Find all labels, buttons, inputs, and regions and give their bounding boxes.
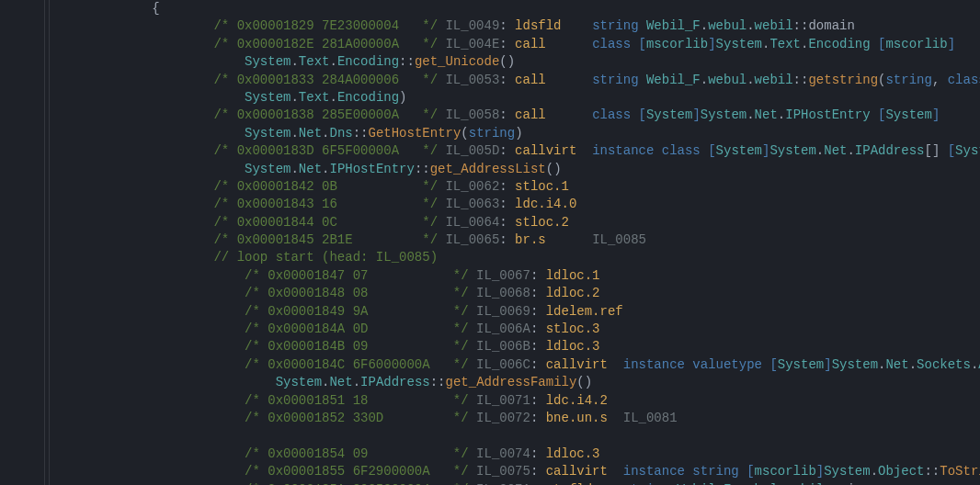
token-plain <box>546 232 592 247</box>
token-bracket: [ <box>639 107 646 122</box>
token-opcode: ldloc.1 <box>546 268 600 283</box>
token-punct: : <box>530 286 546 300</box>
token-label: IL_0072 <box>476 411 530 425</box>
token-keyword: string <box>592 18 638 33</box>
token-label: IL_0075 <box>476 464 530 479</box>
token-keyword: string <box>592 73 638 87</box>
code-line: /* 0x00001847 07 */ IL_0067: ldloc.1 <box>90 267 980 285</box>
token-label: IL_007A <box>476 482 530 485</box>
code-line: System.Net.Dns::GetHostEntry(string) <box>90 125 980 142</box>
token-type: System <box>778 357 824 372</box>
token-plain <box>654 143 661 158</box>
code-line: { <box>90 0 980 17</box>
token-type: Webil_F <box>646 18 701 33</box>
token-comment: // loop start (head: IL_0085) <box>213 250 438 265</box>
token-plain <box>631 37 638 51</box>
token-bracket: [ <box>639 37 646 51</box>
code-line: /* 0x0000184C 6F6000000A */ IL_006C: cal… <box>90 356 980 374</box>
token-punct: . <box>329 90 336 105</box>
token-type: Net <box>299 126 322 141</box>
token-brace: { <box>152 1 159 16</box>
token-punct: () <box>576 375 592 389</box>
token-plain <box>546 107 592 122</box>
token-type: System <box>245 90 291 105</box>
token-punct: :: <box>924 464 940 479</box>
token-bracket: ] <box>932 107 940 122</box>
token-comment: /* 0x00001852 330D */ <box>245 411 469 425</box>
token-plain <box>639 73 646 87</box>
token-plain <box>469 393 476 408</box>
token-plain <box>546 37 592 51</box>
token-keyword: string <box>623 482 669 485</box>
token-label: IL_0049 <box>445 18 499 33</box>
token-punct: : <box>530 411 546 425</box>
token-punct: :: <box>793 73 809 87</box>
token-type: System <box>824 464 870 479</box>
token-plain <box>469 304 476 319</box>
token-plain <box>739 464 746 479</box>
code-line: System.Text.Encoding::get_Unicode() <box>90 53 980 71</box>
token-punct: . <box>816 143 824 158</box>
token-type: mscorlib <box>646 37 708 51</box>
token-punct: : <box>499 73 515 87</box>
token-opcode: br.s <box>515 232 546 247</box>
token-plain <box>469 321 476 336</box>
token-opcode: callvirt <box>546 464 608 479</box>
token-type: System <box>716 143 762 158</box>
token-type: System <box>276 375 322 389</box>
token-punct: . <box>701 18 708 33</box>
token-punct: . <box>746 107 754 122</box>
token-punct: . <box>778 107 785 122</box>
token-keyword: string <box>885 73 931 87</box>
token-punct: : <box>530 357 546 372</box>
token-keyword: valuetype <box>692 357 762 372</box>
token-punct: () <box>546 162 562 176</box>
token-label: IL_0053 <box>445 73 499 87</box>
token-comment: /* 0x00001851 18 */ <box>245 393 469 408</box>
token-keyword: class <box>592 37 631 51</box>
token-plain <box>546 73 592 87</box>
line-gutter <box>0 0 50 485</box>
token-label: IL_0068 <box>476 286 530 300</box>
token-plain <box>469 286 476 300</box>
token-plain <box>469 446 476 461</box>
token-label: IL_0058 <box>445 107 499 122</box>
token-punct: : <box>499 18 515 33</box>
token-opcode: bne.un.s <box>546 411 608 425</box>
token-plain <box>701 143 708 158</box>
token-type: webul <box>739 482 778 485</box>
token-type: webul <box>708 73 746 87</box>
token-plain <box>469 411 476 425</box>
token-punct: . <box>847 143 854 158</box>
code-line: /* 0x00001849 9A */ IL_0069: ldelem.ref <box>90 303 980 321</box>
code-line: /* 0x00001854 09 */ IL_0074: ldloc.3 <box>90 446 980 463</box>
code-line: /* 0x0000185A 8025000004 */ IL_007A: sts… <box>90 481 980 485</box>
token-label: IL_0069 <box>476 304 530 319</box>
token-comment: /* 0x00001829 7E23000004 */ <box>213 18 438 33</box>
token-opcode: stsfld <box>546 482 592 485</box>
token-field: cip <box>839 482 862 485</box>
token-punct: : <box>530 268 546 283</box>
token-type: System <box>716 37 762 51</box>
token-punct: . <box>746 73 754 87</box>
token-bracket: [ <box>769 357 777 372</box>
token-type: Net <box>299 162 322 176</box>
token-comment: /* 0x0000183D 6F5F00000A */ <box>213 143 438 158</box>
token-punct: . <box>701 73 708 87</box>
token-label: IL_0085 <box>592 232 646 247</box>
token-punct: . <box>329 54 336 69</box>
token-field: domain <box>808 18 854 33</box>
token-plain <box>592 482 623 485</box>
token-type: Webil_F <box>646 73 701 87</box>
token-plain <box>639 18 646 33</box>
token-comment: /* 0x00001844 0C */ <box>213 215 438 230</box>
token-label: IL_004E <box>445 37 499 51</box>
token-type: Text <box>299 54 330 69</box>
code-content[interactable]: { /* 0x00001829 7E23000004 */ IL_0049: l… <box>50 0 980 485</box>
token-label: IL_0081 <box>623 411 678 425</box>
code-line: /* 0x00001852 330D */ IL_0072: bne.un.s … <box>90 410 980 427</box>
token-punct: : <box>530 339 546 354</box>
token-keyword: instance <box>592 143 654 158</box>
token-comment: /* 0x00001849 9A */ <box>245 304 469 319</box>
token-type: Dns <box>329 126 352 141</box>
